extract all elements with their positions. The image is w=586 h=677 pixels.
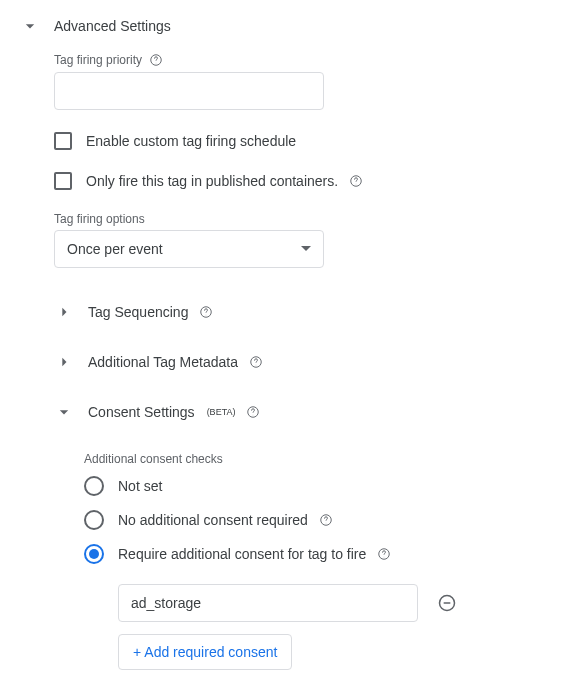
custom-schedule-row: Enable custom tag firing schedule [54, 132, 562, 150]
firing-options-select[interactable]: Once per event [54, 230, 324, 268]
select-value: Once per event [67, 241, 163, 257]
dropdown-icon [301, 241, 311, 257]
field-label: Tag firing options [54, 212, 562, 226]
advanced-settings-header[interactable]: Advanced Settings [20, 16, 562, 36]
tag-sequencing-row[interactable]: Tag Sequencing [54, 302, 562, 322]
firing-options-label-text: Tag firing options [54, 212, 145, 226]
only-published-text: Only fire this tag in published containe… [86, 173, 338, 189]
radio-row-no-additional: No additional consent required [84, 510, 562, 530]
chevron-down-icon [54, 402, 74, 422]
radio-label: Not set [118, 478, 162, 494]
radio-label: Require additional consent for tag to fi… [118, 546, 392, 562]
svg-point-3 [356, 184, 357, 185]
priority-label-text: Tag firing priority [54, 53, 142, 67]
svg-point-1 [156, 63, 157, 64]
only-published-label: Only fire this tag in published containe… [86, 173, 364, 189]
beta-badge: (BETA) [207, 407, 236, 417]
additional-metadata-row[interactable]: Additional Tag Metadata [54, 352, 562, 372]
custom-schedule-checkbox[interactable] [54, 132, 72, 150]
section-title: Advanced Settings [54, 18, 171, 34]
help-icon[interactable] [248, 354, 264, 370]
field-label: Tag firing priority [54, 52, 562, 68]
add-required-consent-button[interactable]: + Add required consent [118, 634, 292, 670]
chevron-down-icon [20, 16, 40, 36]
help-icon[interactable] [318, 512, 334, 528]
require-text: Require additional consent for tag to fi… [118, 546, 366, 562]
consent-block: Additional consent checks Not set No add… [84, 452, 562, 670]
metadata-text: Additional Tag Metadata [88, 354, 238, 370]
tag-firing-priority-field: Tag firing priority [54, 52, 562, 110]
chevron-right-icon [54, 302, 74, 322]
help-icon[interactable] [348, 173, 364, 189]
no-additional-text: No additional consent required [118, 512, 308, 528]
svg-point-5 [206, 315, 207, 316]
subsection-title: Tag Sequencing [88, 304, 214, 320]
svg-point-11 [326, 523, 327, 524]
only-published-row: Only fire this tag in published containe… [54, 172, 562, 190]
only-published-checkbox[interactable] [54, 172, 72, 190]
consent-settings-row[interactable]: Consent Settings(BETA) [54, 402, 562, 422]
radio-not-set[interactable] [84, 476, 104, 496]
svg-point-7 [256, 365, 257, 366]
chevron-right-icon [54, 352, 74, 372]
consent-label: Additional consent checks [84, 452, 562, 466]
help-icon[interactable] [245, 404, 261, 420]
radio-row-not-set: Not set [84, 476, 562, 496]
help-icon[interactable] [148, 52, 164, 68]
custom-schedule-label: Enable custom tag firing schedule [86, 133, 296, 149]
consent-input-row [118, 584, 562, 622]
required-consent-input[interactable] [118, 584, 418, 622]
tag-firing-options-field: Tag firing options Once per event [54, 212, 562, 268]
subsection-title: Consent Settings(BETA) [88, 404, 261, 420]
remove-circle-icon[interactable] [436, 592, 458, 614]
consent-text: Consent Settings [88, 404, 195, 420]
radio-row-require: Require additional consent for tag to fi… [84, 544, 562, 564]
radio-label: No additional consent required [118, 512, 334, 528]
help-icon[interactable] [376, 546, 392, 562]
priority-input[interactable] [54, 72, 324, 110]
svg-point-9 [253, 415, 254, 416]
help-icon[interactable] [198, 304, 214, 320]
sequencing-text: Tag Sequencing [88, 304, 188, 320]
svg-point-13 [384, 557, 385, 558]
radio-no-additional[interactable] [84, 510, 104, 530]
radio-require[interactable] [84, 544, 104, 564]
subsection-title: Additional Tag Metadata [88, 354, 264, 370]
